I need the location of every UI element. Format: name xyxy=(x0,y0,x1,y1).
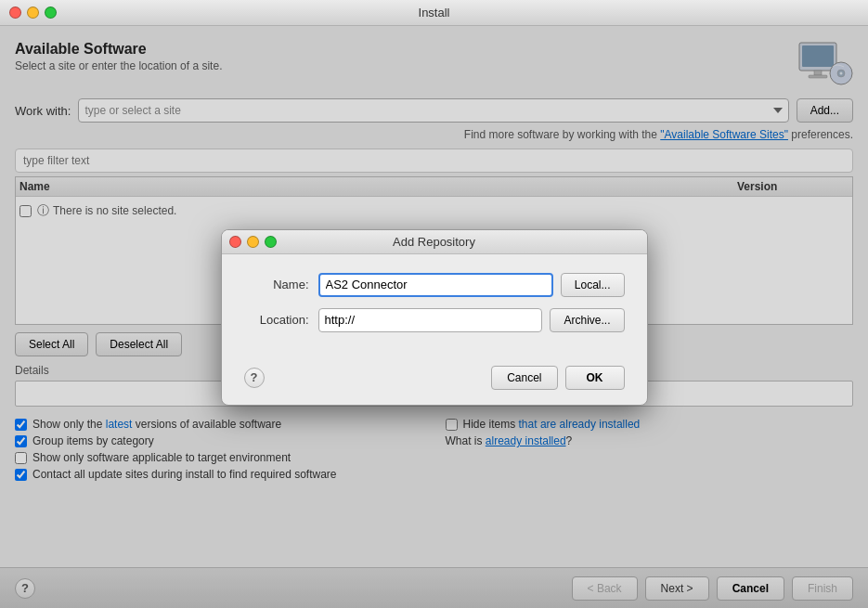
modal-ok-button[interactable]: OK xyxy=(565,366,625,390)
title-bar: Install xyxy=(0,0,868,26)
modal-name-row: Name: Local... xyxy=(244,273,625,297)
add-repository-dialog: Add Repository Name: Local... Location: … xyxy=(221,229,648,406)
modal-location-row: Location: Archive... xyxy=(244,308,625,332)
main-content: Available Software Select a site or ente… xyxy=(0,26,868,608)
modal-title-bar: Add Repository xyxy=(222,230,647,254)
modal-maximize-button[interactable] xyxy=(265,236,277,248)
modal-title: Add Repository xyxy=(393,235,475,249)
modal-footer-buttons: Cancel OK xyxy=(491,366,624,390)
window-controls xyxy=(9,6,57,19)
modal-cancel-button[interactable]: Cancel xyxy=(491,366,557,390)
modal-window-controls xyxy=(229,236,277,248)
modal-location-label: Location: xyxy=(244,313,309,327)
modal-minimize-button[interactable] xyxy=(247,236,259,248)
minimize-button[interactable] xyxy=(27,6,39,19)
modal-name-input[interactable] xyxy=(318,273,553,297)
modal-overlay: Add Repository Name: Local... Location: … xyxy=(0,26,868,608)
modal-help-button[interactable]: ? xyxy=(244,368,265,388)
close-button[interactable] xyxy=(9,6,21,19)
maximize-button[interactable] xyxy=(45,6,57,19)
modal-footer: ? Cancel OK xyxy=(222,358,647,405)
modal-location-input[interactable] xyxy=(318,308,543,332)
modal-name-label: Name: xyxy=(244,278,309,291)
modal-body: Name: Local... Location: Archive... xyxy=(222,254,647,358)
window-title: Install xyxy=(419,6,450,19)
local-button[interactable]: Local... xyxy=(561,273,625,297)
archive-button[interactable]: Archive... xyxy=(550,308,624,332)
modal-close-button[interactable] xyxy=(229,236,241,248)
